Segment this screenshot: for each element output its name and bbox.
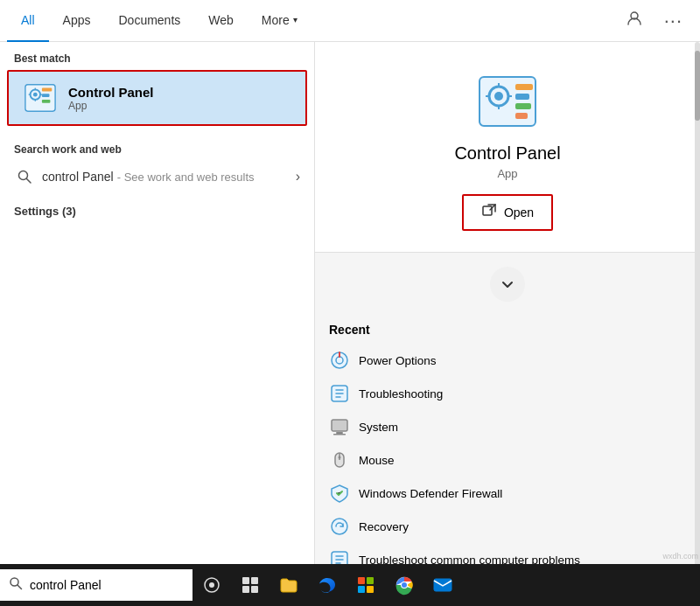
tab-documents[interactable]: Documents <box>104 0 194 42</box>
search-web-results: - See work and web results <box>117 171 255 184</box>
search-web-item[interactable]: control Panel - See work and web results… <box>14 159 300 194</box>
mail-icon[interactable] <box>424 564 462 606</box>
search-web-query: control Panel <box>42 170 114 184</box>
recent-item-system[interactable]: System <box>329 410 686 443</box>
svg-rect-22 <box>515 103 531 109</box>
taskbar-search-input[interactable] <box>30 578 184 592</box>
search-web-section: Search work and web control Panel - See … <box>0 126 314 198</box>
mouse-text: Mouse <box>359 454 395 467</box>
tab-more[interactable]: More ▾ <box>248 0 312 42</box>
recent-section: Recent Power Options <box>315 316 700 606</box>
svg-rect-51 <box>367 577 374 584</box>
recent-item-firewall[interactable]: Windows Defender Firewall <box>329 477 686 510</box>
firewall-text: Windows Defender Firewall <box>359 487 502 500</box>
power-options-text: Power Options <box>359 354 437 367</box>
recovery-icon <box>329 516 350 537</box>
taskbar <box>0 564 700 606</box>
open-button[interactable]: Open <box>462 194 553 231</box>
recovery-text: Recovery <box>359 520 409 533</box>
scrollbar-thumb[interactable] <box>695 51 700 121</box>
taskbar-search-box[interactable] <box>0 569 192 601</box>
content-area: Best match <box>0 42 700 606</box>
svg-rect-23 <box>515 113 528 119</box>
svg-rect-31 <box>336 432 343 434</box>
svg-rect-46 <box>242 577 249 584</box>
right-top: Control Panel App Open <box>315 42 700 253</box>
svg-rect-21 <box>515 94 529 100</box>
more-chevron-icon: ▾ <box>293 15 298 24</box>
open-label: Open <box>504 205 534 219</box>
troubleshooting-text: Troubleshooting <box>359 387 443 401</box>
best-match-type: App <box>68 100 154 112</box>
search-web-label: Search work and web <box>14 136 300 159</box>
left-panel: Best match <box>0 42 315 606</box>
tab-bar: All Apps Documents Web More ▾ ··· <box>0 0 700 42</box>
edge-browser-icon[interactable] <box>308 564 346 606</box>
taskbar-search-icon <box>9 576 23 594</box>
svg-line-43 <box>18 585 22 589</box>
file-explorer-taskbar-icon[interactable] <box>270 564 308 606</box>
person-icon[interactable] <box>622 6 647 35</box>
search-window: All Apps Documents Web More ▾ ··· <box>0 0 700 606</box>
chrome-icon[interactable] <box>385 564 424 606</box>
svg-rect-9 <box>42 94 50 97</box>
multitasking-icon[interactable] <box>231 564 270 606</box>
recent-item-troubleshooting[interactable]: Troubleshooting <box>329 377 686 410</box>
svg-rect-49 <box>251 586 258 593</box>
best-match-name: Control Panel <box>68 85 154 100</box>
recent-label: Recent <box>329 323 686 337</box>
tab-all[interactable]: All <box>7 0 49 42</box>
mouse-icon <box>329 449 350 470</box>
svg-rect-52 <box>358 586 365 593</box>
tab-icons-area: ··· <box>622 6 693 36</box>
taskview-button[interactable] <box>192 564 231 606</box>
system-icon <box>329 416 350 437</box>
svg-point-45 <box>209 582 214 588</box>
svg-point-19 <box>494 92 503 101</box>
firewall-icon <box>329 483 350 504</box>
ellipsis-icon[interactable]: ··· <box>661 6 686 36</box>
scrollbar[interactable] <box>695 42 700 606</box>
recent-item-mouse[interactable]: Mouse <box>329 443 686 477</box>
svg-rect-32 <box>333 434 346 435</box>
svg-rect-10 <box>42 100 51 103</box>
svg-rect-20 <box>515 84 533 90</box>
open-icon <box>481 203 497 222</box>
svg-rect-57 <box>434 579 452 591</box>
svg-point-56 <box>402 582 407 588</box>
right-panel: Control Panel App Open <box>315 42 700 606</box>
arrow-right-icon: › <box>296 169 300 185</box>
search-web-icon <box>14 166 35 187</box>
system-text: System <box>359 421 398 434</box>
svg-rect-50 <box>358 577 365 584</box>
tab-web[interactable]: Web <box>194 0 248 42</box>
tab-apps[interactable]: Apps <box>49 0 105 42</box>
expand-button[interactable] <box>490 267 525 302</box>
recent-item-recovery[interactable]: Recovery <box>329 510 686 543</box>
svg-rect-48 <box>242 586 249 593</box>
svg-line-12 <box>27 179 32 184</box>
svg-rect-47 <box>251 577 258 584</box>
store-icon[interactable] <box>346 564 385 606</box>
svg-line-25 <box>490 205 495 210</box>
svg-rect-24 <box>483 206 492 215</box>
svg-rect-53 <box>367 586 374 593</box>
svg-point-7 <box>33 93 38 97</box>
control-panel-icon <box>23 80 58 115</box>
settings-label: Settings (3) <box>14 205 300 218</box>
right-type: App <box>497 167 517 180</box>
power-options-icon <box>329 350 350 371</box>
right-control-panel-icon <box>476 70 539 133</box>
best-match-item[interactable]: Control Panel App <box>7 70 307 126</box>
troubleshooting-icon <box>329 383 350 404</box>
svg-rect-30 <box>332 420 347 431</box>
watermark: wxdh.com <box>662 552 698 561</box>
best-match-label: Best match <box>0 42 314 70</box>
svg-point-36 <box>332 519 347 534</box>
right-title: Control Panel <box>454 143 560 164</box>
recent-item-power[interactable]: Power Options <box>329 344 686 377</box>
settings-section: Settings (3) <box>0 198 314 225</box>
svg-point-35 <box>339 456 341 459</box>
svg-rect-8 <box>42 88 52 92</box>
